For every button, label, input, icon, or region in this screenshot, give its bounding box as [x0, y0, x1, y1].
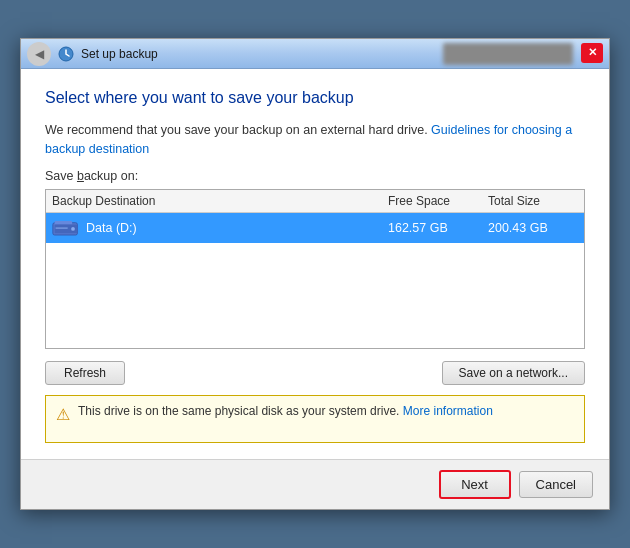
svg-rect-5	[56, 227, 68, 229]
save-backup-label: Save backup on:	[45, 169, 585, 183]
col-header-freespace: Free Space	[388, 194, 488, 208]
row-freespace: 162.57 GB	[388, 221, 488, 235]
col-header-totalsize: Total Size	[488, 194, 578, 208]
refresh-button[interactable]: Refresh	[45, 361, 125, 385]
next-button[interactable]: Next	[439, 470, 511, 499]
drive-icon	[52, 218, 80, 238]
cancel-button[interactable]: Cancel	[519, 471, 593, 498]
col-header-name: Backup Destination	[52, 194, 388, 208]
description: We recommend that you save your backup o…	[45, 121, 585, 159]
window-title: Set up backup	[81, 47, 158, 61]
page-heading: Select where you want to save your backu…	[45, 89, 585, 107]
content-area: Select where you want to save your backu…	[21, 69, 609, 459]
backup-destination-table[interactable]: Backup Destination Free Space Total Size…	[45, 189, 585, 349]
warning-text-container: This drive is on the same physical disk …	[78, 404, 493, 418]
title-bar: ◀ Set up backup ✕	[21, 39, 609, 69]
table-row[interactable]: Data (D:) 162.57 GB 200.43 GB	[46, 213, 584, 243]
row-totalsize: 200.43 GB	[488, 221, 578, 235]
row-drive-name: Data (D:)	[86, 221, 388, 235]
svg-rect-2	[55, 221, 73, 225]
description-text: We recommend that you save your backup o…	[45, 123, 428, 137]
title-bar-left: ◀ Set up backup	[27, 42, 158, 66]
save-on-network-button[interactable]: Save on a network...	[442, 361, 585, 385]
warning-box: ⚠ This drive is on the same physical dis…	[45, 395, 585, 443]
warning-icon: ⚠	[56, 405, 70, 424]
table-header: Backup Destination Free Space Total Size	[46, 190, 584, 213]
title-buttons: ✕	[443, 43, 603, 65]
back-button[interactable]: ◀	[27, 42, 51, 66]
backup-setup-window: ◀ Set up backup ✕ Select where you want …	[20, 38, 610, 510]
svg-point-4	[71, 226, 75, 230]
more-information-link[interactable]: More information	[403, 404, 493, 418]
footer: Next Cancel	[21, 459, 609, 509]
blurred-area	[443, 43, 573, 65]
backup-icon	[57, 45, 75, 63]
action-buttons-row: Refresh Save on a network...	[45, 361, 585, 385]
close-button[interactable]: ✕	[581, 43, 603, 63]
warning-text: This drive is on the same physical disk …	[78, 404, 399, 418]
